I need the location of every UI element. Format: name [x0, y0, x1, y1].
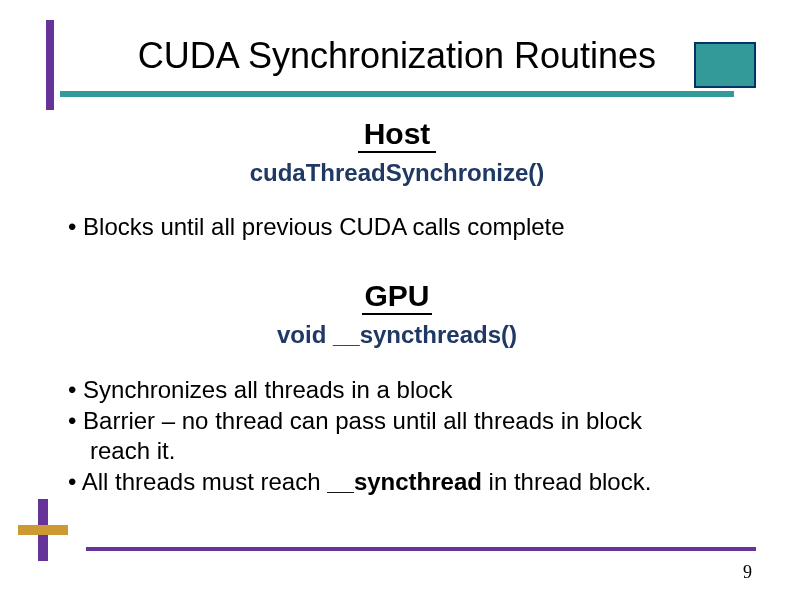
slide-title: CUDA Synchronization Routines: [60, 35, 734, 77]
host-underline-icon: [358, 151, 436, 153]
host-code: cudaThreadSynchronize(): [68, 159, 726, 187]
gpu-bullet-3-prefix: • All threads must reach: [68, 468, 327, 495]
gpu-bullet-2: • Barrier – no thread can pass until all…: [68, 406, 726, 437]
page-number: 9: [743, 562, 752, 583]
gpu-code: void __syncthreads(): [68, 321, 726, 349]
host-heading: Host: [68, 117, 726, 151]
slide: CUDA Synchronization Routines Host cudaT…: [0, 0, 794, 595]
gpu-heading: GPU: [68, 279, 726, 313]
gpu-bullet-3-suffix: in thread block.: [482, 468, 651, 495]
gpu-bullet-3: • All threads must reach __syncthread in…: [68, 467, 726, 498]
gpu-bullet-3-bold: __syncthread: [327, 468, 482, 495]
gpu-bullet-2-cont: reach it.: [68, 436, 726, 467]
cross-horizontal-icon: [18, 525, 68, 535]
bottom-divider-icon: [86, 547, 756, 551]
content-area: Host cudaThreadSynchronize() • Blocks un…: [0, 97, 794, 498]
gpu-underline-icon: [362, 313, 432, 315]
gpu-bullets: • Synchronizes all threads in a block • …: [68, 375, 726, 498]
host-bullet: • Blocks until all previous CUDA calls c…: [68, 213, 726, 241]
decor-vertical-bar-icon: [46, 20, 54, 110]
title-divider-icon: [60, 91, 734, 97]
title-area: CUDA Synchronization Routines: [0, 0, 794, 97]
gpu-bullet-1: • Synchronizes all threads in a block: [68, 375, 726, 406]
